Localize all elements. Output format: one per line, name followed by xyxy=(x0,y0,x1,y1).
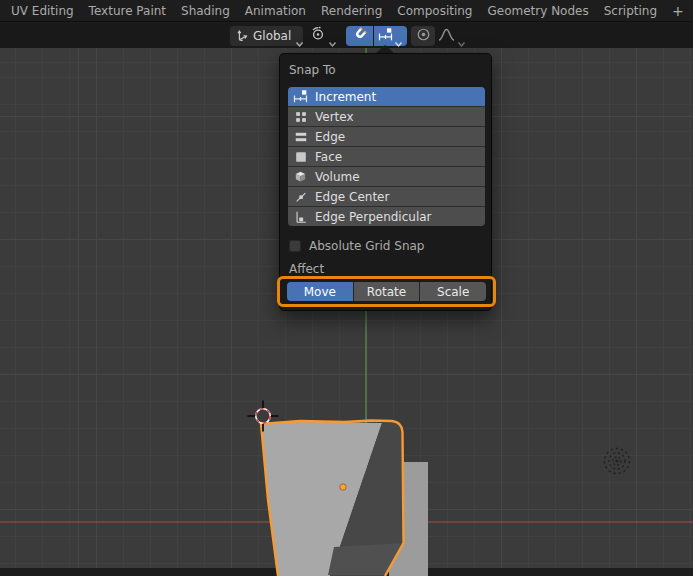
magnet-icon xyxy=(352,26,368,46)
dropdown-pointer xyxy=(376,45,394,53)
proportional-editing-toggle[interactable] xyxy=(411,26,435,46)
tab-uv-editing[interactable]: UV Editing xyxy=(11,4,74,18)
tab-animation[interactable]: Animation xyxy=(245,4,306,18)
snap-edge-perpendicular-icon xyxy=(292,209,309,225)
tab-scripting[interactable]: Scripting xyxy=(604,4,657,18)
snap-to-dropdown-panel: Snap To Increment Vertex xyxy=(279,53,492,311)
transform-orientation-dropdown[interactable]: Global xyxy=(230,26,303,46)
affect-segmented-control: Move Rotate Scale xyxy=(287,282,486,301)
snap-item-label: Edge Center xyxy=(315,190,389,204)
viewport-header: Global xyxy=(0,23,693,48)
snap-edge-center-icon xyxy=(292,189,309,205)
workspace-tab-bar: UV Editing Texture Paint Shading Animati… xyxy=(0,0,693,22)
object-origin-point xyxy=(340,484,346,490)
snap-volume-icon xyxy=(292,169,309,185)
add-workspace-button[interactable]: + xyxy=(672,4,684,18)
snap-edge-icon xyxy=(292,129,309,145)
proportional-editing-icon xyxy=(416,27,431,46)
snap-item-edge-center[interactable]: Edge Center xyxy=(288,187,485,206)
panel-title: Snap To xyxy=(289,63,336,77)
tab-rendering[interactable]: Rendering xyxy=(321,4,382,18)
snap-item-face[interactable]: Face xyxy=(288,147,485,166)
snap-to-list: Increment Vertex Edge Face xyxy=(288,87,485,226)
affect-highlight-box: Move Rotate Scale xyxy=(277,276,496,307)
proportional-falloff-dropdown[interactable] xyxy=(438,27,466,46)
orientation-axes-icon xyxy=(235,27,249,46)
snap-item-volume[interactable]: Volume xyxy=(288,167,485,186)
pivot-point-icon xyxy=(310,26,326,46)
snap-item-increment[interactable]: Increment xyxy=(288,87,485,106)
proportional-editing-controls xyxy=(411,26,466,46)
snap-vertex-icon xyxy=(292,109,309,125)
snap-item-label: Volume xyxy=(315,170,360,184)
affect-scale-button[interactable]: Scale xyxy=(420,282,486,301)
snap-item-label: Edge Perpendicular xyxy=(315,210,432,224)
absolute-grid-snap-row[interactable]: Absolute Grid Snap xyxy=(289,239,424,253)
snap-item-label: Face xyxy=(315,150,342,164)
snap-with-dropdown[interactable] xyxy=(374,26,407,46)
chevron-down-icon xyxy=(295,33,304,40)
snap-controls xyxy=(346,26,407,46)
tab-compositing[interactable]: Compositing xyxy=(397,4,472,18)
snap-increment-icon xyxy=(378,27,393,46)
snap-item-label: Increment xyxy=(315,90,376,104)
snap-item-vertex[interactable]: Vertex xyxy=(288,107,485,126)
affect-label: Affect xyxy=(289,262,324,276)
tab-shading[interactable]: Shading xyxy=(181,4,230,18)
tab-texture-paint[interactable]: Texture Paint xyxy=(89,4,166,18)
snap-item-label: Vertex xyxy=(315,110,354,124)
absolute-grid-snap-checkbox[interactable] xyxy=(289,240,301,252)
falloff-curve-icon xyxy=(438,27,455,46)
affect-move-button[interactable]: Move xyxy=(287,282,353,301)
chevron-down-icon xyxy=(457,33,466,40)
affect-rotate-button[interactable]: Rotate xyxy=(354,282,420,301)
light-gizmo[interactable] xyxy=(605,449,630,474)
snap-increment-icon xyxy=(292,89,309,105)
orientation-value: Global xyxy=(253,29,291,43)
pivot-point-dropdown[interactable] xyxy=(308,26,340,46)
snap-item-edge[interactable]: Edge xyxy=(288,127,485,146)
selected-mesh[interactable] xyxy=(261,421,404,576)
snap-face-icon xyxy=(292,149,309,165)
chevron-down-icon xyxy=(394,33,403,40)
tab-geometry-nodes[interactable]: Geometry Nodes xyxy=(487,4,588,18)
snap-toggle-button[interactable] xyxy=(346,26,373,46)
chevron-down-icon xyxy=(328,33,337,40)
absolute-grid-snap-label: Absolute Grid Snap xyxy=(309,239,424,253)
snap-item-edge-perpendicular[interactable]: Edge Perpendicular xyxy=(288,207,485,226)
snap-item-label: Edge xyxy=(315,130,345,144)
